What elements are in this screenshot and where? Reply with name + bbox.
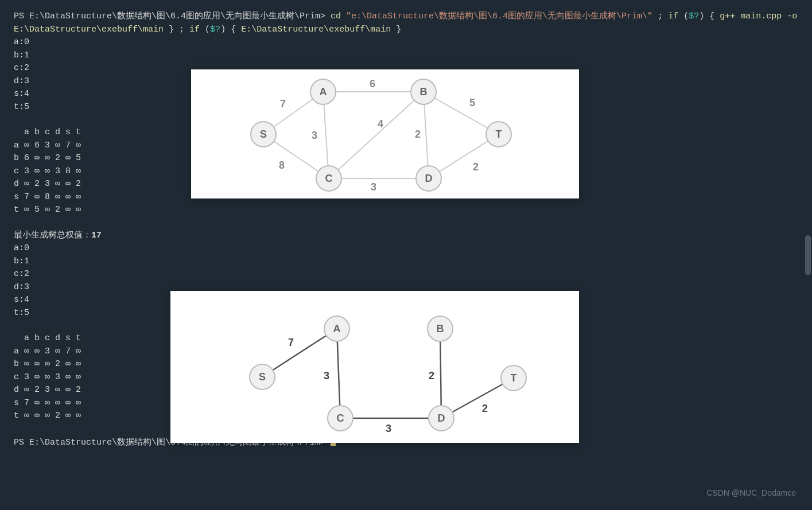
graph-original-svg: 6 7 5 8 3 4 2 3 2 S A B C D T <box>191 69 579 198</box>
edge-B-D <box>440 329 441 418</box>
svg-text:A: A <box>333 323 341 334</box>
svg-text:C: C <box>337 412 344 424</box>
weight-B-C: 4 <box>378 118 383 130</box>
node-A: A <box>310 79 336 104</box>
node-T: T <box>486 122 511 147</box>
node-S: S <box>250 364 275 390</box>
weight-S-A: 7 <box>288 337 294 348</box>
weight-B-D: 2 <box>429 370 434 381</box>
weight-S-C: 8 <box>279 159 285 171</box>
watermark: CSDN @NUC_Dodamce <box>706 488 796 497</box>
prompt-prefix: PS <box>14 11 29 21</box>
weight-A-B: 6 <box>370 78 375 89</box>
svg-text:D: D <box>425 173 433 184</box>
node-B: B <box>428 316 453 341</box>
weight-C-D: 3 <box>386 423 391 434</box>
weight-C-D: 3 <box>371 181 376 193</box>
weight-A-C: 3 <box>312 130 317 141</box>
weight-S-A: 7 <box>280 98 286 110</box>
prompt-path: E:\DataStructure\数据结构\图\6.4图的应用\无向图最小生成树… <box>29 11 325 21</box>
weight-B-T: 5 <box>469 97 475 108</box>
node-C: C <box>316 166 341 191</box>
mst-weight-line: 最小生成树总权值：17 <box>14 229 798 243</box>
cmd-cd: cd <box>325 11 346 21</box>
graph-original: 6 7 5 8 3 4 2 3 2 S A B C D T <box>191 69 579 198</box>
weight-D-T: 2 <box>482 403 488 414</box>
prompt-line-1: PS E:\DataStructure\数据结构\图\6.4图的应用\无向图最小… <box>14 10 798 36</box>
node-C: C <box>328 406 353 431</box>
weight-B-D: 2 <box>415 129 421 140</box>
edge-A-C <box>337 329 340 418</box>
graph-mst: 7 3 2 3 2 S A B C D T <box>170 291 579 443</box>
svg-text:T: T <box>496 129 502 140</box>
svg-text:B: B <box>420 86 428 98</box>
svg-text:D: D <box>438 412 445 424</box>
edge-B-C <box>329 92 424 178</box>
node-A: A <box>324 316 349 341</box>
svg-text:S: S <box>259 371 266 383</box>
scrollbar-thumb[interactable] <box>805 235 811 275</box>
node-S: S <box>251 122 276 147</box>
weight-D-T: 2 <box>473 161 479 173</box>
mst-label: 最小生成树总权值： <box>14 231 91 240</box>
weight-A-C: 3 <box>324 370 329 381</box>
cmd-exe: E:\DataStructure\exebuff\main <box>241 25 391 34</box>
svg-text:B: B <box>437 323 444 334</box>
svg-text:A: A <box>320 86 327 98</box>
node-D: D <box>429 406 454 431</box>
node-T: T <box>501 365 526 391</box>
prompt-prefix: PS <box>14 438 29 447</box>
cmd-cd-path: "e:\DataStructure\数据结构\图\6.4图的应用\无向图最小生成… <box>346 11 652 21</box>
svg-text:C: C <box>325 173 333 184</box>
svg-text:S: S <box>260 129 267 140</box>
mst-value: 17 <box>91 231 102 240</box>
svg-text:T: T <box>511 372 517 384</box>
node-D: D <box>416 166 441 191</box>
graph-mst-svg: 7 3 2 3 2 S A B C D T <box>170 291 579 443</box>
node-B: B <box>411 79 436 104</box>
